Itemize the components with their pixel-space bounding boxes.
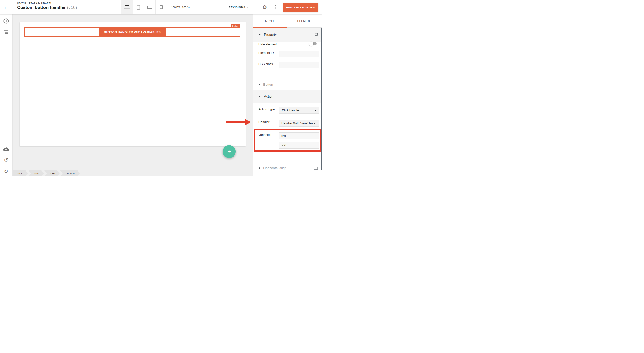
kebab-menu-icon: [275, 5, 276, 6]
preview-button-element[interactable]: BUTTON HANDLER WITH VARIABLES: [99, 28, 166, 36]
top-toolbar: ← STATIC (STATUS: DRAFT) Custom button h…: [0, 0, 322, 14]
tab-style[interactable]: STYLE: [253, 14, 288, 28]
page-status: STATIC (STATUS: DRAFT): [17, 2, 77, 4]
gear-icon: ⚙: [262, 4, 267, 10]
left-sidebar: ↺ ↻: [0, 14, 12, 176]
zoom-px-value: 100 PX: [171, 6, 180, 8]
toggle-knob: [309, 42, 314, 46]
section-property-title: Property: [264, 33, 277, 36]
section-button-title: Button: [263, 83, 273, 86]
arrow-left-icon: ←: [4, 4, 8, 10]
section-horizontal-align-title: Horizontal align: [263, 166, 286, 170]
chevron-down-icon: [314, 110, 317, 111]
tab-element[interactable]: ELEMENT: [288, 14, 322, 28]
phone-icon: [160, 5, 163, 10]
document-title-block: STATIC (STATUS: DRAFT) Custom button han…: [17, 2, 77, 10]
section-action-title: Action: [264, 94, 273, 98]
redo-button[interactable]: ↻: [0, 168, 12, 175]
element-id-label: Element ID: [258, 51, 274, 54]
undo-button[interactable]: ↺: [0, 156, 12, 164]
breadcrumb-item-grid[interactable]: Grid: [28, 170, 44, 176]
chevron-down-icon: [247, 7, 249, 8]
chevron-down-icon: [314, 122, 316, 124]
action-type-label: Action Type: [258, 108, 275, 111]
toolbar-divider: [258, 2, 258, 13]
section-button-header[interactable]: Button: [253, 79, 322, 90]
action-type-select[interactable]: Click handler: [279, 107, 319, 114]
css-class-input[interactable]: [279, 62, 319, 68]
annotation-arrow: [226, 119, 251, 126]
device-tablet-button[interactable]: [132, 0, 144, 14]
breadcrumb-item-cell[interactable]: Cell: [44, 170, 60, 176]
section-horizontal-align-header[interactable]: Horizontal align: [253, 162, 322, 174]
section-action-header[interactable]: Action: [253, 90, 322, 103]
device-phone-button[interactable]: [155, 0, 167, 14]
page-title: Custom button handler (v10): [17, 5, 77, 10]
hide-element-toggle[interactable]: [310, 42, 317, 45]
handler-select[interactable]: Handler With Variables: [279, 120, 319, 126]
zoom-percent-value: 100 %: [182, 6, 190, 8]
chevron-down-icon: [258, 34, 261, 35]
breadcrumb-item-button[interactable]: Button: [60, 170, 80, 176]
settings-button[interactable]: ⚙: [262, 4, 268, 10]
revisions-dropdown[interactable]: REVISIONS: [229, 0, 249, 14]
handler-value: Handler With Variables: [281, 122, 313, 125]
element-tag-badge: button: [230, 24, 240, 28]
redo-icon: ↻: [4, 169, 8, 174]
device-phone-landscape-button[interactable]: [144, 0, 155, 14]
selected-element-outline[interactable]: button BUTTON HANDLER WITH VARIABLES: [24, 28, 240, 37]
breadcrumb-item-block[interactable]: Block: [13, 170, 28, 176]
red-arrow-icon: [226, 122, 245, 123]
page-preview: button BUTTON HANDLER WITH VARIABLES: [20, 22, 246, 146]
revisions-label: REVISIONS: [229, 6, 246, 8]
panel-tabs: STYLE ELEMENT: [253, 14, 322, 28]
laptop-icon: [314, 33, 318, 36]
laptop-icon: [124, 5, 130, 10]
handler-label: Handler: [258, 120, 269, 124]
breadcrumb: Block Grid Cell Button: [13, 170, 80, 176]
more-options-button[interactable]: [274, 4, 278, 10]
layers-button[interactable]: [0, 28, 12, 36]
add-element-button[interactable]: [0, 17, 12, 24]
chevron-right-icon: [259, 83, 260, 86]
panel-scrollbar[interactable]: [321, 28, 322, 170]
toolbar-divider: [13, 2, 13, 13]
cloud-check-icon: [3, 147, 9, 152]
back-button[interactable]: ←: [2, 4, 10, 11]
plus-circle-icon: [4, 18, 9, 24]
css-class-label: CSS class: [258, 62, 273, 66]
tablet-icon: [136, 5, 140, 10]
fab-add-button[interactable]: +: [223, 145, 236, 158]
variables-annotation-box: [254, 129, 321, 152]
zoom-indicator: 100 PX 100 %: [167, 0, 194, 14]
publish-changes-button[interactable]: PUBLISH CHANGES: [283, 3, 318, 12]
section-property-header[interactable]: Property: [253, 28, 322, 42]
undo-icon: ↺: [4, 158, 8, 163]
action-type-value: Click handler: [282, 108, 300, 112]
device-desktop-button[interactable]: [121, 0, 132, 14]
layers-icon: [4, 30, 8, 34]
phone-landscape-icon: [147, 6, 152, 9]
laptop-icon: [314, 167, 318, 170]
editor-canvas: button BUTTON HANDLER WITH VARIABLES + B…: [12, 14, 252, 176]
save-status-indicator: [0, 146, 12, 153]
chevron-right-icon: [259, 167, 260, 169]
plus-icon: +: [227, 148, 231, 155]
hide-element-label: Hide element: [258, 42, 277, 46]
style-panel: STYLE ELEMENT Property Hide element Elem…: [252, 14, 322, 176]
element-id-input[interactable]: [279, 51, 319, 57]
chevron-down-icon: [258, 96, 261, 97]
device-preview-toolbar: 100 PX 100 %: [121, 0, 194, 14]
page-version: (v10): [67, 5, 77, 10]
